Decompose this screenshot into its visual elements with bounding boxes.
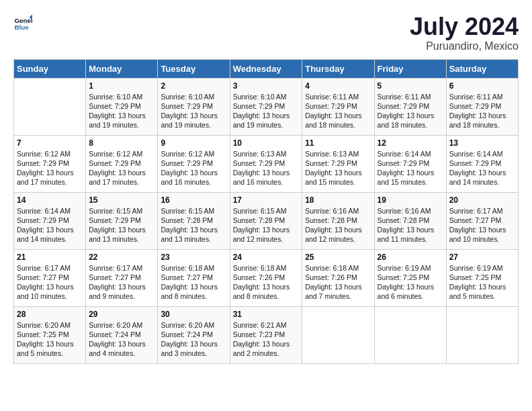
day-info: Sunrise: 6:11 AM Sunset: 7:29 PM Dayligh… bbox=[378, 92, 443, 130]
day-info: Sunrise: 6:10 AM Sunset: 7:29 PM Dayligh… bbox=[89, 92, 154, 130]
day-info: Sunrise: 6:11 AM Sunset: 7:29 PM Dayligh… bbox=[449, 92, 515, 130]
day-number: 19 bbox=[378, 195, 443, 205]
calendar-week-row: 1Sunrise: 6:10 AM Sunset: 7:29 PM Daylig… bbox=[14, 78, 519, 135]
day-number: 23 bbox=[161, 253, 226, 262]
calendar-cell: 23Sunrise: 6:18 AM Sunset: 7:27 PM Dayli… bbox=[158, 249, 230, 306]
weekday-header-row: SundayMondayTuesdayWednesdayThursdayFrid… bbox=[14, 59, 519, 78]
day-number: 12 bbox=[378, 138, 443, 148]
day-info: Sunrise: 6:12 AM Sunset: 7:29 PM Dayligh… bbox=[89, 149, 154, 187]
calendar-cell: 28Sunrise: 6:20 AM Sunset: 7:25 PM Dayli… bbox=[14, 306, 86, 363]
day-info: Sunrise: 6:14 AM Sunset: 7:29 PM Dayligh… bbox=[449, 149, 515, 187]
day-number: 29 bbox=[89, 310, 154, 319]
calendar-cell: 15Sunrise: 6:15 AM Sunset: 7:29 PM Dayli… bbox=[86, 192, 158, 249]
calendar-week-row: 7Sunrise: 6:12 AM Sunset: 7:29 PM Daylig… bbox=[14, 135, 519, 192]
day-info: Sunrise: 6:11 AM Sunset: 7:29 PM Dayligh… bbox=[305, 92, 371, 130]
day-info: Sunrise: 6:15 AM Sunset: 7:28 PM Dayligh… bbox=[233, 206, 300, 244]
weekday-header-cell: Thursday bbox=[302, 59, 374, 78]
calendar-cell: 6Sunrise: 6:11 AM Sunset: 7:29 PM Daylig… bbox=[446, 78, 518, 135]
calendar-cell: 22Sunrise: 6:17 AM Sunset: 7:27 PM Dayli… bbox=[86, 249, 158, 306]
month-title: July 2024 bbox=[410, 13, 519, 40]
day-number: 22 bbox=[89, 253, 154, 262]
day-info: Sunrise: 6:17 AM Sunset: 7:27 PM Dayligh… bbox=[89, 263, 154, 302]
day-number: 20 bbox=[449, 195, 515, 205]
day-info: Sunrise: 6:18 AM Sunset: 7:26 PM Dayligh… bbox=[233, 263, 300, 302]
day-info: Sunrise: 6:18 AM Sunset: 7:27 PM Dayligh… bbox=[161, 263, 226, 302]
day-info: Sunrise: 6:19 AM Sunset: 7:25 PM Dayligh… bbox=[378, 263, 443, 302]
day-number: 13 bbox=[449, 138, 515, 148]
day-number: 5 bbox=[378, 81, 443, 91]
day-info: Sunrise: 6:19 AM Sunset: 7:25 PM Dayligh… bbox=[449, 263, 515, 302]
day-number: 2 bbox=[161, 81, 226, 91]
calendar-week-row: 28Sunrise: 6:20 AM Sunset: 7:25 PM Dayli… bbox=[14, 306, 519, 363]
calendar-cell: 21Sunrise: 6:17 AM Sunset: 7:27 PM Dayli… bbox=[14, 249, 86, 306]
weekday-header-cell: Tuesday bbox=[158, 59, 230, 78]
day-info: Sunrise: 6:12 AM Sunset: 7:29 PM Dayligh… bbox=[161, 149, 226, 187]
day-info: Sunrise: 6:15 AM Sunset: 7:28 PM Dayligh… bbox=[161, 206, 226, 244]
calendar-cell: 27Sunrise: 6:19 AM Sunset: 7:25 PM Dayli… bbox=[446, 249, 518, 306]
day-number: 17 bbox=[233, 195, 300, 205]
calendar-week-row: 21Sunrise: 6:17 AM Sunset: 7:27 PM Dayli… bbox=[14, 249, 519, 306]
calendar-cell: 20Sunrise: 6:17 AM Sunset: 7:27 PM Dayli… bbox=[446, 192, 518, 249]
calendar-cell: 29Sunrise: 6:20 AM Sunset: 7:24 PM Dayli… bbox=[86, 306, 158, 363]
calendar-cell: 30Sunrise: 6:20 AM Sunset: 7:24 PM Dayli… bbox=[158, 306, 230, 363]
calendar-cell: 7Sunrise: 6:12 AM Sunset: 7:29 PM Daylig… bbox=[14, 135, 86, 192]
logo-icon: General Blue bbox=[13, 13, 32, 32]
day-number: 10 bbox=[233, 138, 300, 148]
day-number: 31 bbox=[233, 310, 300, 319]
calendar-cell: 18Sunrise: 6:16 AM Sunset: 7:28 PM Dayli… bbox=[302, 192, 374, 249]
calendar-week-row: 14Sunrise: 6:14 AM Sunset: 7:29 PM Dayli… bbox=[14, 192, 519, 249]
day-number: 4 bbox=[305, 81, 371, 91]
calendar-cell: 19Sunrise: 6:16 AM Sunset: 7:28 PM Dayli… bbox=[374, 192, 446, 249]
day-info: Sunrise: 6:21 AM Sunset: 7:23 PM Dayligh… bbox=[233, 320, 300, 359]
day-info: Sunrise: 6:15 AM Sunset: 7:29 PM Dayligh… bbox=[89, 206, 154, 244]
weekday-header-cell: Saturday bbox=[446, 59, 518, 78]
calendar-cell: 12Sunrise: 6:14 AM Sunset: 7:29 PM Dayli… bbox=[374, 135, 446, 192]
day-number: 28 bbox=[17, 310, 83, 319]
day-number: 3 bbox=[233, 81, 300, 91]
calendar-cell: 17Sunrise: 6:15 AM Sunset: 7:28 PM Dayli… bbox=[230, 192, 302, 249]
calendar-cell bbox=[14, 78, 86, 135]
calendar-cell: 2Sunrise: 6:10 AM Sunset: 7:29 PM Daylig… bbox=[158, 78, 230, 135]
calendar-cell: 3Sunrise: 6:10 AM Sunset: 7:29 PM Daylig… bbox=[230, 78, 302, 135]
day-number: 24 bbox=[233, 253, 300, 262]
day-number: 25 bbox=[305, 253, 371, 262]
day-number: 16 bbox=[161, 195, 226, 205]
day-number: 27 bbox=[449, 253, 515, 262]
day-info: Sunrise: 6:10 AM Sunset: 7:29 PM Dayligh… bbox=[233, 92, 300, 130]
day-number: 11 bbox=[305, 138, 371, 148]
calendar-cell: 13Sunrise: 6:14 AM Sunset: 7:29 PM Dayli… bbox=[446, 135, 518, 192]
calendar-cell: 1Sunrise: 6:10 AM Sunset: 7:29 PM Daylig… bbox=[86, 78, 158, 135]
day-number: 8 bbox=[89, 138, 154, 148]
calendar-cell: 11Sunrise: 6:13 AM Sunset: 7:29 PM Dayli… bbox=[302, 135, 374, 192]
calendar-cell: 25Sunrise: 6:18 AM Sunset: 7:26 PM Dayli… bbox=[302, 249, 374, 306]
logo: General Blue bbox=[13, 13, 32, 32]
calendar-cell: 14Sunrise: 6:14 AM Sunset: 7:29 PM Dayli… bbox=[14, 192, 86, 249]
day-info: Sunrise: 6:13 AM Sunset: 7:29 PM Dayligh… bbox=[233, 149, 300, 187]
weekday-header-cell: Monday bbox=[86, 59, 158, 78]
calendar-cell: 26Sunrise: 6:19 AM Sunset: 7:25 PM Dayli… bbox=[374, 249, 446, 306]
calendar-cell: 24Sunrise: 6:18 AM Sunset: 7:26 PM Dayli… bbox=[230, 249, 302, 306]
day-number: 1 bbox=[89, 81, 154, 91]
day-info: Sunrise: 6:17 AM Sunset: 7:27 PM Dayligh… bbox=[17, 263, 83, 302]
day-info: Sunrise: 6:18 AM Sunset: 7:26 PM Dayligh… bbox=[305, 263, 371, 302]
day-info: Sunrise: 6:16 AM Sunset: 7:28 PM Dayligh… bbox=[378, 206, 443, 244]
calendar-cell: 5Sunrise: 6:11 AM Sunset: 7:29 PM Daylig… bbox=[374, 78, 446, 135]
day-number: 7 bbox=[17, 138, 83, 148]
calendar-cell: 4Sunrise: 6:11 AM Sunset: 7:29 PM Daylig… bbox=[302, 78, 374, 135]
day-number: 14 bbox=[17, 195, 83, 205]
day-info: Sunrise: 6:14 AM Sunset: 7:29 PM Dayligh… bbox=[378, 149, 443, 187]
day-number: 30 bbox=[161, 310, 226, 319]
calendar-cell: 9Sunrise: 6:12 AM Sunset: 7:29 PM Daylig… bbox=[158, 135, 230, 192]
day-number: 9 bbox=[161, 138, 226, 148]
day-info: Sunrise: 6:17 AM Sunset: 7:27 PM Dayligh… bbox=[449, 206, 515, 244]
day-info: Sunrise: 6:14 AM Sunset: 7:29 PM Dayligh… bbox=[17, 206, 83, 244]
calendar-cell bbox=[374, 306, 446, 363]
svg-text:Blue: Blue bbox=[14, 24, 29, 31]
calendar-cell: 8Sunrise: 6:12 AM Sunset: 7:29 PM Daylig… bbox=[86, 135, 158, 192]
calendar-table: SundayMondayTuesdayWednesdayThursdayFrid… bbox=[13, 59, 519, 364]
day-number: 26 bbox=[378, 253, 443, 262]
day-number: 15 bbox=[89, 195, 154, 205]
day-number: 21 bbox=[17, 253, 83, 262]
weekday-header-cell: Wednesday bbox=[230, 59, 302, 78]
location: Puruandiro, Mexico bbox=[410, 40, 519, 52]
